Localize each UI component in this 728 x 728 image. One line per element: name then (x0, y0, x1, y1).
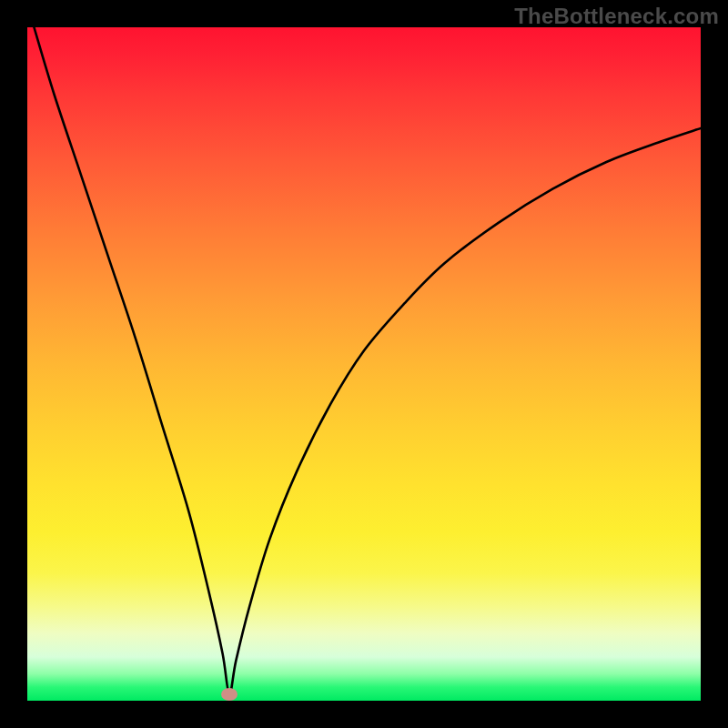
plot-area (27, 27, 701, 701)
chart-frame: TheBottleneck.com (0, 0, 728, 728)
watermark-text: TheBottleneck.com (514, 4, 719, 29)
optimum-marker-dot (221, 688, 238, 701)
bottleneck-curve (27, 27, 701, 701)
